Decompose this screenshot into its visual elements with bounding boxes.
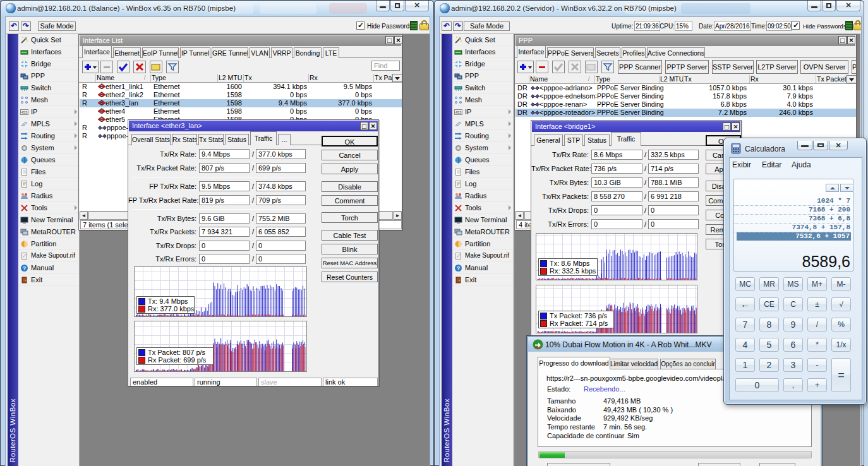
svg-text:455: 455: [21, 111, 28, 114]
svg-text:?: ?: [23, 265, 27, 272]
svg-text:455: 455: [455, 111, 462, 114]
svg-text:?: ?: [457, 265, 461, 272]
